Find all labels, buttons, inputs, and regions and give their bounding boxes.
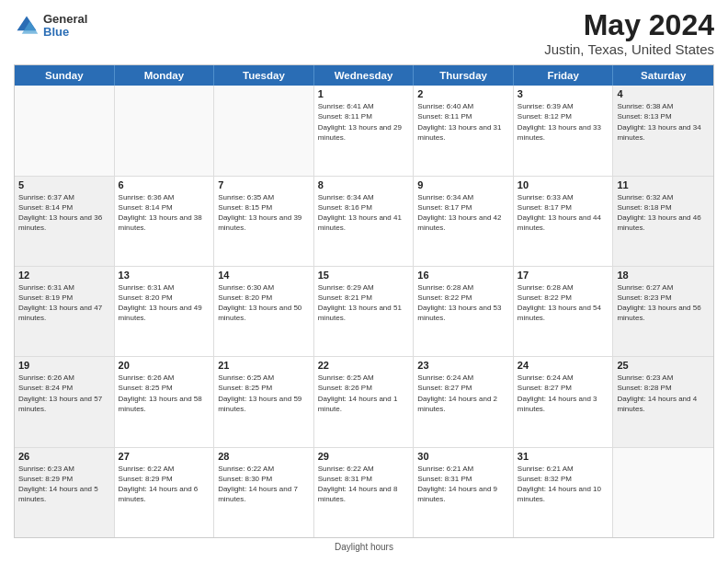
logo-text: General Blue bbox=[43, 13, 87, 40]
day-number: 29 bbox=[318, 451, 410, 462]
day-info: Sunrise: 6:26 AMSunset: 8:24 PMDaylight:… bbox=[18, 373, 110, 414]
page-subtitle: Justin, Texas, United States bbox=[544, 41, 714, 57]
day-number: 5 bbox=[18, 179, 110, 190]
day-info: Sunrise: 6:27 AMSunset: 8:23 PMDaylight:… bbox=[617, 282, 710, 324]
day-info: Sunrise: 6:32 AMSunset: 8:18 PMDaylight:… bbox=[617, 192, 710, 234]
calendar-cell: 21Sunrise: 6:25 AMSunset: 8:25 PMDayligh… bbox=[214, 357, 314, 446]
day-number: 16 bbox=[417, 270, 509, 281]
day-info: Sunrise: 6:28 AMSunset: 8:22 PMDaylight:… bbox=[518, 282, 609, 324]
calendar-week: 5Sunrise: 6:37 AMSunset: 8:14 PMDaylight… bbox=[15, 177, 713, 267]
footer-note-text: Daylight hours bbox=[335, 542, 393, 552]
day-info: Sunrise: 6:36 AMSunset: 8:14 PMDaylight:… bbox=[119, 192, 210, 234]
calendar-cell: 11Sunrise: 6:32 AMSunset: 8:18 PMDayligh… bbox=[613, 177, 713, 266]
day-number: 27 bbox=[119, 451, 210, 462]
calendar-cell: 22Sunrise: 6:25 AMSunset: 8:26 PMDayligh… bbox=[314, 357, 415, 446]
day-info: Sunrise: 6:30 AMSunset: 8:20 PMDaylight:… bbox=[218, 282, 310, 324]
day-number: 30 bbox=[417, 451, 509, 462]
day-info: Sunrise: 6:29 AMSunset: 8:21 PMDaylight:… bbox=[318, 282, 410, 324]
day-number: 2 bbox=[417, 88, 509, 99]
day-info: Sunrise: 6:22 AMSunset: 8:31 PMDaylight:… bbox=[318, 464, 410, 505]
calendar-cell bbox=[214, 86, 314, 175]
calendar-cell bbox=[15, 86, 115, 175]
page-title: May 2024 bbox=[544, 9, 714, 41]
calendar-header-day: Friday bbox=[514, 65, 614, 86]
day-info: Sunrise: 6:40 AMSunset: 8:11 PMDaylight:… bbox=[417, 101, 509, 143]
day-number: 13 bbox=[119, 270, 210, 281]
calendar-cell: 13Sunrise: 6:31 AMSunset: 8:20 PMDayligh… bbox=[115, 267, 215, 356]
calendar-cell: 4Sunrise: 6:38 AMSunset: 8:13 PMDaylight… bbox=[613, 86, 713, 175]
day-number: 4 bbox=[617, 88, 710, 99]
day-number: 10 bbox=[518, 179, 609, 190]
day-number: 31 bbox=[518, 451, 609, 462]
calendar-cell: 30Sunrise: 6:21 AMSunset: 8:31 PMDayligh… bbox=[414, 448, 514, 537]
calendar-header-row: SundayMondayTuesdayWednesdayThursdayFrid… bbox=[15, 65, 713, 86]
day-number: 23 bbox=[417, 360, 509, 371]
day-info: Sunrise: 6:35 AMSunset: 8:15 PMDaylight:… bbox=[218, 192, 310, 234]
calendar-cell: 27Sunrise: 6:22 AMSunset: 8:29 PMDayligh… bbox=[115, 448, 215, 537]
day-number: 8 bbox=[318, 179, 410, 190]
day-info: Sunrise: 6:21 AMSunset: 8:32 PMDaylight:… bbox=[518, 464, 609, 505]
calendar-cell: 2Sunrise: 6:40 AMSunset: 8:11 PMDaylight… bbox=[414, 86, 514, 175]
calendar-cell: 5Sunrise: 6:37 AMSunset: 8:14 PMDaylight… bbox=[15, 177, 115, 266]
calendar-cell: 15Sunrise: 6:29 AMSunset: 8:21 PMDayligh… bbox=[314, 267, 415, 356]
day-info: Sunrise: 6:21 AMSunset: 8:31 PMDaylight:… bbox=[417, 464, 509, 505]
day-number: 14 bbox=[218, 270, 310, 281]
day-info: Sunrise: 6:22 AMSunset: 8:30 PMDaylight:… bbox=[218, 464, 310, 505]
calendar-header-day: Monday bbox=[115, 65, 215, 86]
day-number: 25 bbox=[617, 360, 710, 371]
day-info: Sunrise: 6:31 AMSunset: 8:20 PMDaylight:… bbox=[119, 282, 210, 324]
day-number: 3 bbox=[518, 88, 609, 99]
header: General Blue May 2024 Justin, Texas, Uni… bbox=[14, 9, 714, 57]
calendar-header-day: Sunday bbox=[15, 65, 115, 86]
calendar-cell: 29Sunrise: 6:22 AMSunset: 8:31 PMDayligh… bbox=[314, 448, 415, 537]
day-info: Sunrise: 6:24 AMSunset: 8:27 PMDaylight:… bbox=[518, 373, 609, 414]
calendar-cell: 24Sunrise: 6:24 AMSunset: 8:27 PMDayligh… bbox=[514, 357, 614, 446]
calendar-cell: 9Sunrise: 6:34 AMSunset: 8:17 PMDaylight… bbox=[414, 177, 514, 266]
day-info: Sunrise: 6:25 AMSunset: 8:26 PMDaylight:… bbox=[318, 373, 410, 414]
day-number: 22 bbox=[318, 360, 410, 371]
calendar-header-day: Tuesday bbox=[214, 65, 314, 86]
calendar-header-day: Wednesday bbox=[314, 65, 415, 86]
calendar-cell bbox=[115, 86, 215, 175]
day-info: Sunrise: 6:23 AMSunset: 8:29 PMDaylight:… bbox=[18, 464, 110, 505]
day-info: Sunrise: 6:34 AMSunset: 8:16 PMDaylight:… bbox=[318, 192, 410, 234]
logo-icon bbox=[14, 13, 40, 39]
day-info: Sunrise: 6:26 AMSunset: 8:25 PMDaylight:… bbox=[119, 373, 210, 414]
day-number: 6 bbox=[119, 179, 210, 190]
calendar-cell: 16Sunrise: 6:28 AMSunset: 8:22 PMDayligh… bbox=[414, 267, 514, 356]
day-number: 7 bbox=[218, 179, 310, 190]
day-info: Sunrise: 6:31 AMSunset: 8:19 PMDaylight:… bbox=[18, 282, 110, 324]
calendar-cell: 26Sunrise: 6:23 AMSunset: 8:29 PMDayligh… bbox=[15, 448, 115, 537]
logo: General Blue bbox=[14, 13, 87, 40]
day-info: Sunrise: 6:23 AMSunset: 8:28 PMDaylight:… bbox=[617, 373, 710, 414]
calendar-cell: 20Sunrise: 6:26 AMSunset: 8:25 PMDayligh… bbox=[115, 357, 215, 446]
calendar-cell: 8Sunrise: 6:34 AMSunset: 8:16 PMDaylight… bbox=[314, 177, 415, 266]
day-info: Sunrise: 6:28 AMSunset: 8:22 PMDaylight:… bbox=[417, 282, 509, 324]
calendar-cell: 17Sunrise: 6:28 AMSunset: 8:22 PMDayligh… bbox=[514, 267, 614, 356]
day-number: 19 bbox=[18, 360, 110, 371]
calendar-cell: 6Sunrise: 6:36 AMSunset: 8:14 PMDaylight… bbox=[115, 177, 215, 266]
day-number: 24 bbox=[518, 360, 609, 371]
calendar-cell: 18Sunrise: 6:27 AMSunset: 8:23 PMDayligh… bbox=[613, 267, 713, 356]
calendar-cell: 3Sunrise: 6:39 AMSunset: 8:12 PMDaylight… bbox=[514, 86, 614, 175]
calendar-cell bbox=[613, 448, 713, 537]
calendar-week: 1Sunrise: 6:41 AMSunset: 8:11 PMDaylight… bbox=[15, 86, 713, 176]
day-info: Sunrise: 6:34 AMSunset: 8:17 PMDaylight:… bbox=[417, 192, 509, 234]
day-info: Sunrise: 6:41 AMSunset: 8:11 PMDaylight:… bbox=[318, 101, 410, 143]
calendar-cell: 1Sunrise: 6:41 AMSunset: 8:11 PMDaylight… bbox=[314, 86, 415, 175]
day-number: 9 bbox=[417, 179, 509, 190]
day-info: Sunrise: 6:37 AMSunset: 8:14 PMDaylight:… bbox=[18, 192, 110, 234]
day-number: 21 bbox=[218, 360, 310, 371]
day-number: 17 bbox=[518, 270, 609, 281]
calendar-cell: 7Sunrise: 6:35 AMSunset: 8:15 PMDaylight… bbox=[214, 177, 314, 266]
day-number: 28 bbox=[218, 451, 310, 462]
day-number: 18 bbox=[617, 270, 710, 281]
day-number: 11 bbox=[617, 179, 710, 190]
day-info: Sunrise: 6:39 AMSunset: 8:12 PMDaylight:… bbox=[518, 101, 609, 143]
footer-note: Daylight hours bbox=[14, 538, 714, 554]
calendar-week: 12Sunrise: 6:31 AMSunset: 8:19 PMDayligh… bbox=[15, 267, 713, 357]
page: General Blue May 2024 Justin, Texas, Uni… bbox=[0, 0, 728, 563]
day-info: Sunrise: 6:33 AMSunset: 8:17 PMDaylight:… bbox=[518, 192, 609, 234]
calendar-cell: 31Sunrise: 6:21 AMSunset: 8:32 PMDayligh… bbox=[514, 448, 614, 537]
day-info: Sunrise: 6:22 AMSunset: 8:29 PMDaylight:… bbox=[119, 464, 210, 505]
